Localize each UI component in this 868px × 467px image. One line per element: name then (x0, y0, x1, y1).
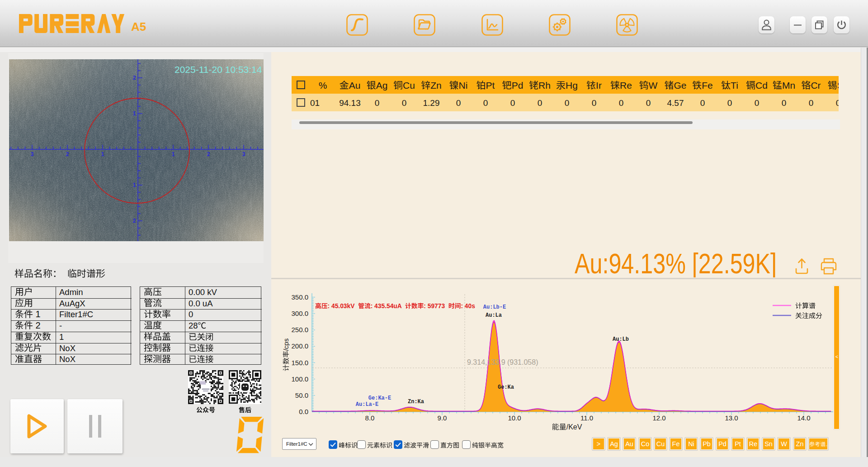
svg-text:3: 3 (31, 151, 34, 157)
svg-text:0.0: 0.0 (299, 408, 308, 415)
svg-text:50.0: 50.0 (295, 391, 308, 399)
svg-text:350.0: 350.0 (291, 293, 308, 301)
svg-text:2025-11-20 10:53:14: 2025-11-20 10:53:14 (175, 64, 262, 75)
svg-text:13.0: 13.0 (725, 414, 738, 422)
svg-text:3: 3 (242, 151, 245, 157)
svg-text:1: 1 (133, 110, 136, 117)
svg-text:2: 2 (133, 218, 136, 224)
svg-text:8.0: 8.0 (365, 414, 375, 422)
svg-text:12.0: 12.0 (652, 414, 665, 422)
svg-text:300.0: 300.0 (291, 310, 308, 317)
svg-text:1: 1 (101, 151, 104, 157)
svg-text:100.0: 100.0 (291, 375, 308, 383)
svg-text:10.0: 10.0 (508, 414, 521, 422)
svg-text:9.0: 9.0 (438, 414, 447, 422)
svg-text:Au:94.13% [22.59K]: Au:94.13% [22.59K] (575, 248, 777, 277)
svg-text:2: 2 (133, 75, 136, 81)
svg-text:250.0: 250.0 (291, 326, 308, 334)
svg-text:11.0: 11.0 (580, 414, 593, 422)
svg-text:2: 2 (66, 151, 69, 157)
svg-text:200.0: 200.0 (291, 342, 308, 350)
svg-text:1: 1 (133, 182, 136, 188)
svg-text:14.0: 14.0 (797, 414, 810, 422)
svg-text:150.0: 150.0 (291, 359, 308, 367)
svg-text:9.314,133.9 (931.058): 9.314,133.9 (931.058) (467, 358, 538, 366)
svg-text:1: 1 (172, 151, 175, 157)
svg-text:2: 2 (207, 151, 210, 157)
